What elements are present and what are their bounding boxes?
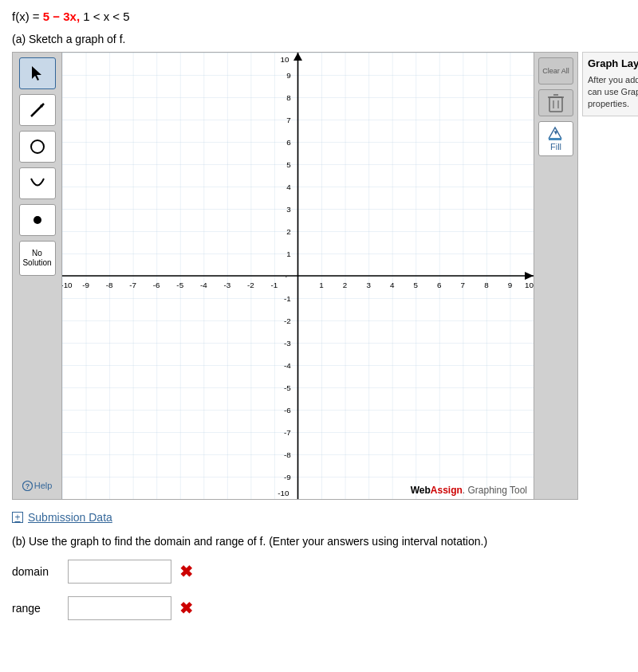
part-b-label: (b) Use the graph to find the domain and…: [12, 533, 626, 550]
submission-data-link[interactable]: + Submission Data: [12, 511, 626, 524]
range-row: range ✖: [12, 596, 626, 620]
fill-icon: ▼: [547, 126, 565, 140]
graph-svg: -1 -2 -3 -4 -5 -6 -7 -8 -9 -10 1 2 3 4 5…: [62, 53, 534, 499]
graph-layers-panel: Graph Layers After you add an element, c…: [582, 52, 638, 116]
svg-point-3: [31, 140, 44, 153]
range-label: range: [12, 602, 60, 615]
domain-input[interactable]: [68, 560, 171, 584]
svg-text:-5: -5: [284, 383, 291, 391]
svg-point-4: [33, 216, 41, 224]
delete-button[interactable]: [538, 89, 573, 116]
no-solution-label: NoSolution: [22, 249, 51, 268]
graph-container: NoSolution ? Help: [12, 52, 578, 500]
svg-text:-9: -9: [82, 281, 89, 289]
fill-button[interactable]: ▼ Fill: [538, 121, 573, 156]
svg-text:-10: -10: [62, 281, 73, 289]
range-input[interactable]: [68, 596, 171, 620]
svg-text:-8: -8: [284, 450, 291, 458]
function-prefix: f(x) =: [12, 10, 43, 23]
svg-text:6: 6: [286, 138, 290, 146]
help-label: Help: [34, 481, 53, 490]
line-tool-button[interactable]: [19, 94, 56, 126]
svg-marker-0: [32, 66, 41, 81]
svg-text:1: 1: [319, 281, 323, 289]
watermark-web: Web: [411, 485, 431, 496]
svg-text:2: 2: [343, 281, 347, 289]
domain-row: domain ✖: [12, 560, 626, 584]
svg-text:-10: -10: [278, 489, 289, 497]
clear-all-button[interactable]: Clear All: [538, 57, 573, 84]
svg-text:10: 10: [281, 55, 289, 63]
range-incorrect-icon: ✖: [179, 599, 193, 618]
svg-text:-3: -3: [284, 339, 291, 347]
watermark-suffix: . Graphing Tool: [463, 485, 527, 496]
svg-text:3: 3: [286, 205, 290, 213]
clear-all-label: Clear All: [542, 67, 569, 75]
parabola-tool-button[interactable]: [19, 167, 56, 199]
svg-text:-7: -7: [129, 281, 136, 289]
cursor-icon: [29, 65, 46, 82]
function-domain: 1 < x < 5: [80, 10, 130, 23]
svg-text:6: 6: [437, 281, 441, 289]
svg-text:7: 7: [286, 116, 290, 124]
domain-label: domain: [12, 565, 60, 578]
svg-text:-6: -6: [284, 406, 291, 414]
svg-text:3: 3: [366, 281, 370, 289]
point-icon: [29, 211, 46, 229]
svg-text:·: ·: [286, 272, 288, 280]
svg-text:8: 8: [286, 93, 290, 101]
graph-canvas-area[interactable]: -1 -2 -3 -4 -5 -6 -7 -8 -9 -10 1 2 3 4 5…: [62, 53, 534, 499]
svg-text:-2: -2: [284, 316, 291, 324]
svg-rect-55: [549, 97, 562, 112]
svg-text:-7: -7: [284, 428, 291, 436]
svg-rect-60: [549, 138, 561, 140]
graph-layers-description: After you add an element, can use Graph …: [588, 74, 638, 111]
watermark-assign: Assign: [431, 485, 463, 496]
svg-text:9: 9: [286, 71, 290, 79]
watermark: WebAssign. Graphing Tool: [411, 485, 527, 496]
svg-text:-4: -4: [200, 281, 207, 289]
no-solution-button[interactable]: NoSolution: [19, 241, 56, 276]
svg-text:-3: -3: [223, 281, 230, 289]
svg-text:-5: -5: [176, 281, 183, 289]
svg-text:-8: -8: [106, 281, 113, 289]
delete-icon: [547, 92, 565, 113]
svg-text:-1: -1: [271, 281, 278, 289]
graph-layers-title: Graph Layers: [588, 57, 638, 69]
svg-text:2: 2: [286, 227, 290, 235]
svg-text:10: 10: [525, 281, 534, 289]
point-tool-button[interactable]: [19, 204, 56, 236]
fill-label: Fill: [550, 142, 561, 151]
domain-incorrect-icon: ✖: [179, 562, 193, 581]
circle-icon: [29, 138, 46, 155]
circle-tool-button[interactable]: [19, 131, 56, 163]
part-a-label: (a) Sketch a graph of f.: [12, 33, 626, 45]
svg-text:7: 7: [461, 281, 465, 289]
function-expression: 5 − 3x,: [43, 10, 80, 23]
function-header: f(x) = 5 − 3x, 1 < x < 5: [12, 8, 626, 26]
svg-text:8: 8: [484, 281, 488, 289]
svg-text:9: 9: [508, 281, 512, 289]
expand-icon: +: [12, 512, 23, 523]
help-link[interactable]: ? Help: [22, 481, 53, 491]
help-icon: ?: [22, 481, 33, 491]
cursor-tool-button[interactable]: [19, 57, 56, 89]
svg-text:-9: -9: [284, 473, 291, 481]
svg-text:4: 4: [286, 183, 290, 191]
line-icon: [29, 101, 46, 119]
toolbar: NoSolution ? Help: [13, 53, 62, 499]
graphing-tool-wrapper: NoSolution ? Help: [12, 52, 578, 500]
svg-text:5: 5: [286, 160, 290, 168]
submission-data-label: Submission Data: [28, 511, 112, 524]
svg-text:-2: -2: [247, 281, 254, 289]
svg-text:-1: -1: [284, 294, 291, 302]
svg-text:5: 5: [414, 281, 418, 289]
svg-text:?: ?: [25, 482, 30, 490]
svg-text:-6: -6: [153, 281, 160, 289]
parabola-icon: [29, 175, 46, 192]
svg-text:▼: ▼: [553, 129, 559, 136]
svg-text:-4: -4: [284, 361, 291, 369]
toolbar-bottom: ? Help: [22, 481, 53, 494]
svg-text:4: 4: [390, 281, 394, 289]
svg-text:1: 1: [286, 250, 290, 257]
